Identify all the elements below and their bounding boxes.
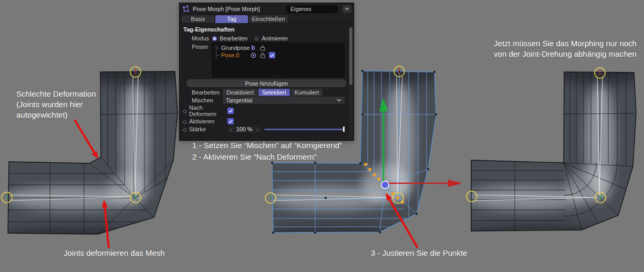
modus-row: Modus Bearbeiten Animieren (182, 35, 351, 42)
note-morphing-hint: Jetzt müssen Sie das Morphing nur noch v… (489, 38, 642, 59)
pose-morph-icon (182, 5, 190, 13)
radio-animieren-label: Animieren (262, 35, 288, 41)
note-step3: 3 - Justieren Sie die Punkte (371, 248, 467, 258)
aktivieren-row: ◇ Aktivieren (182, 118, 351, 125)
preset-dropdown[interactable]: Eigenes (286, 5, 338, 13)
radio-animieren[interactable] (254, 36, 259, 41)
note-bad-deformation: Schlechte Deformation (Joints wurden hie… (16, 89, 96, 120)
tab-bar: Basis Tag Einschließen (180, 15, 354, 24)
chevron-down-icon (345, 7, 349, 11)
tutorial-canvas: Schlechte Deformation (Joints wurden hie… (0, 0, 644, 272)
bad-deformation-mesh[interactable] (0, 46, 201, 254)
slider-knob[interactable] (343, 127, 345, 132)
tab-einschliessen[interactable]: Einschließen (249, 15, 288, 23)
mischen-dropdown[interactable]: Tangential (223, 97, 345, 104)
pose-list[interactable]: Grundpose b Pose.0 (212, 43, 345, 77)
list-resize-handle[interactable]: ..... (212, 73, 344, 77)
panel-title: Pose Morph [Pose Morph] (193, 6, 260, 12)
staerke-label: Stärke (189, 126, 223, 132)
mischen-row: Mischen Tangential (182, 97, 351, 104)
staerke-spinner[interactable]: ‹ 100 % › (227, 126, 261, 133)
panel-scrollbar[interactable] (349, 26, 352, 138)
bearbeiten-label: Bearbeiten (192, 89, 223, 96)
list-item-pose0[interactable]: Pose.0 (214, 51, 344, 59)
tab-tag[interactable]: Tag (215, 15, 248, 23)
keyframe-diamond-icon[interactable]: ◇ (182, 119, 189, 124)
segbtn-kumuliert[interactable]: Kumuliert (291, 89, 323, 96)
segbtn-selektiert[interactable]: Selektiert (258, 89, 290, 96)
keyframe-diamond-icon[interactable]: ◇ (182, 127, 189, 132)
section-title: Tag-Eigenschaften (182, 25, 351, 34)
keyframe-diamond-icon[interactable]: ◇ (182, 108, 189, 114)
corrected-mesh[interactable] (452, 47, 644, 250)
radio-bearbeiten-label: Bearbeiten (220, 35, 247, 41)
tree-branch-icon (216, 45, 221, 51)
scrollbar-thumb[interactable] (349, 27, 352, 85)
base-pose-icon[interactable]: b (251, 45, 255, 50)
pose-morph-panel: Pose Morph [Pose Morph] Eigenes Basis Ta… (179, 3, 354, 141)
tab-basis[interactable]: Basis (182, 15, 214, 23)
staerke-row: ◇ Stärke ‹ 100 % › (182, 125, 351, 133)
mischen-label: Mischen (192, 97, 223, 103)
lock-icon[interactable] (258, 45, 267, 51)
add-pose-button[interactable]: Pose hinzufügen (186, 79, 347, 87)
radio-bearbeiten[interactable] (212, 36, 217, 41)
axis-x-arrowhead[interactable] (448, 180, 462, 187)
modus-label: Modus (192, 35, 212, 41)
nach-deformern-checkbox[interactable] (227, 108, 234, 114)
staerke-slider[interactable] (264, 126, 345, 132)
aktivieren-checkbox[interactable] (227, 118, 234, 124)
segbtn-deaktiviert[interactable]: Deaktiviert (223, 89, 257, 96)
aktivieren-label: Aktivieren (189, 118, 223, 124)
preset-chevron-button[interactable] (342, 5, 351, 13)
selection-center-handle[interactable] (381, 181, 389, 189)
note-joints-deform: Joints deformieren das Mesh (64, 248, 165, 258)
spinner-increment[interactable]: › (257, 127, 258, 132)
staerke-value[interactable]: 100 % (232, 126, 256, 132)
list-item-grundpose[interactable]: Grundpose b (214, 44, 344, 51)
note-step1: 1 - Setzen Sie “Mischen” auf “Korrigiere… (192, 140, 342, 151)
record-icon[interactable] (248, 53, 258, 58)
check-icon (270, 54, 274, 57)
lock-icon[interactable] (258, 53, 267, 58)
nach-deformern-label: Nach Deformern (189, 104, 223, 117)
chevron-down-icon (337, 99, 341, 102)
check-icon (228, 120, 233, 123)
panel-header: Pose Morph [Pose Morph] Eigenes (180, 3, 354, 15)
posen-row: Posen Grundpose b Pose.0 (182, 43, 351, 77)
nach-deformern-row: ◇ Nach Deformern (182, 104, 351, 117)
note-step2: 2 - Aktivieren Sie “Nach Deformern” (192, 152, 317, 162)
posen-label: Posen (192, 43, 212, 50)
check-icon (228, 109, 233, 113)
annotation-arrow-bad-elbow (75, 120, 94, 152)
pose-name: Pose.0 (221, 52, 248, 58)
tag-properties: Tag-Eigenschaften Modus Bearbeiten Animi… (180, 24, 354, 133)
pose-enabled-checkbox[interactable] (269, 52, 275, 58)
bearbeiten-row: Bearbeiten Deaktiviert Selektiert Kumuli… (182, 89, 351, 96)
tree-branch-icon (216, 52, 221, 59)
pose-name: Grundpose (221, 45, 248, 51)
mischen-value: Tangential (226, 97, 252, 103)
